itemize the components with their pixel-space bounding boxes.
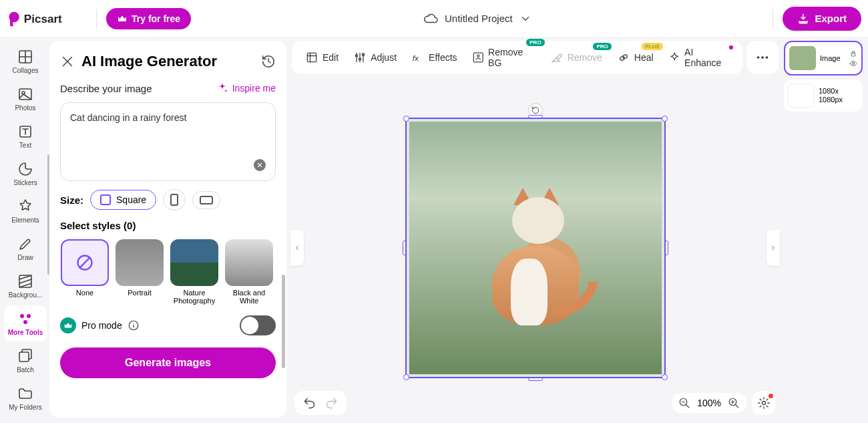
inspire-me-button[interactable]: Inspire me: [216, 82, 276, 94]
adjust-icon: [353, 51, 367, 64]
canvas-settings-button[interactable]: [752, 391, 776, 415]
background-icon: [17, 273, 33, 289]
portrait-icon: [170, 194, 178, 206]
folder-icon: [17, 386, 33, 402]
resize-handle[interactable]: [662, 374, 668, 380]
notification-dot: [729, 45, 733, 49]
svg-text:fx: fx: [413, 53, 419, 62]
style-option-portrait[interactable]: Portrait: [115, 239, 164, 305]
stickers-icon: [17, 161, 33, 177]
selected-image[interactable]: [405, 118, 666, 378]
describe-label: Describe your image: [60, 83, 152, 94]
size-option-portrait[interactable]: [163, 189, 186, 210]
prompt-input[interactable]: Cat dancing in a rainy forest: [60, 102, 276, 181]
crown-icon: [117, 13, 128, 24]
gear-icon: [757, 396, 771, 410]
style-option-nature[interactable]: Nature Photography: [170, 239, 219, 305]
rail-item-my-folders[interactable]: My Folders: [4, 380, 47, 416]
divider: [773, 9, 773, 28]
tool-remove[interactable]: RemovePRO: [544, 47, 609, 68]
zoom-controls: 100%: [672, 393, 746, 413]
collapse-panel-button[interactable]: [290, 230, 304, 266]
more-tools-button[interactable]: [746, 41, 779, 74]
panel-scrollbar[interactable]: [282, 275, 285, 368]
remove-bg-icon: [472, 51, 485, 64]
svg-point-28: [853, 62, 855, 64]
layer-thumbnail: [789, 46, 816, 70]
size-option-landscape[interactable]: [192, 191, 220, 209]
svg-point-8: [27, 314, 31, 318]
undo-redo-box: [294, 391, 347, 415]
undo-icon[interactable]: [302, 396, 316, 410]
picsart-logo[interactable]: Picsart: [7, 9, 87, 29]
chevron-down-icon[interactable]: [519, 13, 531, 25]
history-icon[interactable]: [261, 54, 276, 69]
zoom-value[interactable]: 100%: [697, 398, 721, 408]
zoom-in-icon[interactable]: [728, 397, 740, 409]
cloud-icon: [423, 11, 438, 26]
size-label: Size:: [60, 194, 83, 206]
rail-item-draw[interactable]: Draw: [4, 231, 47, 267]
try-label: Try for free: [132, 13, 180, 24]
redo-icon[interactable]: [325, 396, 339, 410]
panel-title: AI Image Generator: [81, 53, 254, 70]
pro-mode-label: Pro mode: [81, 320, 122, 331]
layer-image[interactable]: Image: [784, 41, 863, 76]
resize-handle[interactable]: [662, 116, 668, 122]
export-label: Export: [815, 13, 847, 24]
pro-badge-icon: [60, 317, 76, 333]
rail-item-batch[interactable]: Batch: [4, 343, 47, 379]
layer-thumbnail: [788, 84, 815, 108]
svg-rect-13: [307, 53, 316, 61]
generate-images-button[interactable]: Generate images: [60, 347, 276, 378]
eye-icon[interactable]: [849, 59, 857, 67]
export-button[interactable]: Export: [783, 7, 861, 31]
rail-item-background[interactable]: Backgrou...: [4, 268, 47, 304]
rail-item-stickers[interactable]: Stickers: [4, 156, 47, 192]
tool-ai-enhance[interactable]: AI Enhance: [662, 43, 736, 72]
style-option-none[interactable]: None: [60, 239, 110, 305]
rail-item-text[interactable]: Text: [4, 118, 47, 154]
prompt-value: Cat dancing in a rainy forest: [70, 112, 186, 123]
ai-generator-panel: AI Image Generator Describe your image I…: [49, 41, 286, 418]
pro-badge: PRO: [593, 43, 611, 50]
rail-item-more-tools[interactable]: More Tools: [4, 305, 47, 341]
styles-label: Select styles (0): [60, 220, 276, 231]
pro-mode-toggle[interactable]: [240, 315, 276, 335]
draw-icon: [17, 236, 33, 252]
text-icon: [17, 124, 33, 140]
info-icon[interactable]: [128, 319, 140, 331]
resize-handle[interactable]: [665, 241, 668, 255]
pro-badge: PRO: [526, 39, 544, 46]
project-title[interactable]: Untitled Project: [445, 13, 513, 24]
zoom-out-icon[interactable]: [678, 397, 690, 409]
resize-handle[interactable]: [528, 378, 543, 381]
tool-remove-bg[interactable]: Remove BGPRO: [465, 43, 542, 72]
resize-handle[interactable]: [403, 116, 409, 122]
effects-icon: fx: [411, 51, 425, 64]
layer-canvas[interactable]: 1080x 1080px: [784, 80, 863, 112]
tool-edit[interactable]: Edit: [298, 47, 345, 68]
rail-item-collages[interactable]: Collages: [4, 43, 47, 80]
rail-item-elements[interactable]: Elements: [4, 193, 47, 229]
tool-adjust[interactable]: Adjust: [347, 47, 403, 68]
canvas[interactable]: [292, 78, 779, 418]
style-option-bw[interactable]: Black and White: [224, 239, 274, 305]
lock-icon[interactable]: [849, 49, 857, 57]
close-icon[interactable]: [60, 54, 75, 69]
resize-handle[interactable]: [403, 241, 406, 255]
resize-handle[interactable]: [403, 374, 409, 380]
try-for-free-button[interactable]: Try for free: [106, 8, 191, 29]
size-option-square[interactable]: Square: [90, 190, 156, 210]
clear-prompt-button[interactable]: [254, 159, 266, 171]
download-icon: [797, 13, 809, 25]
left-rail: Collages Photos Text Stickers Elements D…: [1, 41, 49, 418]
resize-handle[interactable]: [528, 115, 543, 118]
tool-heal[interactable]: HealPLUS: [610, 47, 660, 68]
batch-icon: [17, 348, 33, 364]
svg-point-26: [763, 402, 766, 405]
rail-item-photos[interactable]: Photos: [4, 81, 47, 117]
tool-effects[interactable]: fxEffects: [405, 47, 464, 68]
rotate-icon: [531, 106, 540, 115]
collapse-layers-button[interactable]: [767, 230, 780, 266]
